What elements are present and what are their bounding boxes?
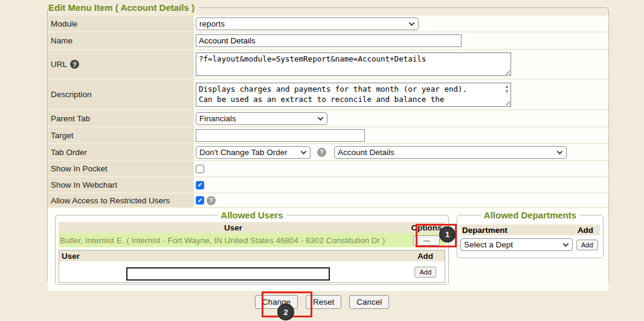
allowed-user-name: Butler, Internist E. ( Internist - Fort … (59, 236, 408, 245)
module-select[interactable]: reports (196, 17, 419, 30)
allowed-departments-header: Department Add (460, 224, 600, 235)
url-label: URL ? (48, 50, 194, 78)
allowed-departments-fieldset: Allowed Departments Department Add Selec… (457, 210, 604, 258)
tab-order-label: Tab Order (48, 144, 194, 160)
target-label: Target (48, 127, 194, 143)
add-department-row: Select a Dept Add (460, 238, 600, 251)
tab-order-row: Tab Order Don't Change Tab Order ? Accou… (48, 144, 608, 160)
allow-restricted-row: Allow Access to Restricted Users ? (48, 194, 608, 207)
add-column-header: Add (573, 226, 598, 235)
lists-row: Allowed Users User Options Butler, Inter… (48, 208, 608, 291)
edit-menu-item-form: Edit Menu Item ( Account Details ) Modul… (47, 2, 609, 284)
lists-container: Allowed Users User Options Butler, Inter… (48, 208, 608, 291)
name-input[interactable] (196, 34, 462, 47)
allowed-departments-title: Allowed Departments (481, 210, 579, 220)
scrollbar[interactable]: ▲ ▼ (504, 84, 509, 94)
add-user-column-header: User (62, 252, 408, 261)
chevron-down-icon (409, 20, 415, 26)
allowed-user-row: Butler, Internist E. ( Internist - Fort … (59, 233, 445, 247)
tab-order-select[interactable]: Don't Change Tab Order (196, 146, 311, 159)
chevron-down-icon (557, 148, 563, 154)
department-column-header: Department (462, 226, 573, 235)
department-select[interactable]: Select a Dept (460, 238, 573, 251)
name-row: Name (48, 33, 608, 49)
add-user-table: User Add Add (59, 250, 445, 283)
tab-order-help-icon[interactable]: ? (317, 148, 326, 157)
description-label: Description (48, 80, 194, 109)
parent-tab-row: Parent Tab Financials (48, 110, 608, 126)
show-in-webchart-row: Show In Webchart (48, 177, 608, 192)
show-in-pocket-checkbox[interactable] (196, 165, 204, 173)
scroll-down-icon[interactable]: ▼ (504, 89, 509, 94)
description-textarea[interactable]: Displays charges and payments for that m… (196, 83, 511, 107)
allowed-users-header: User Options (59, 222, 445, 233)
scroll-up-icon[interactable]: ▲ (504, 84, 509, 89)
allowed-users-title: Allowed Users (217, 210, 286, 220)
tab-position-select-value: Account Details (338, 148, 394, 157)
tab-order-select-value: Don't Change Tab Order (199, 148, 288, 157)
target-row: Target (48, 127, 608, 143)
parent-tab-label: Parent Tab (48, 110, 194, 126)
form-actions: Change Reset Cancel (0, 295, 644, 309)
add-department-button[interactable]: Add (576, 240, 598, 250)
user-column-header: User (59, 223, 408, 232)
step1-badge: 1 (439, 226, 456, 243)
allow-restricted-label: Allow Access to Restricted Users (48, 194, 194, 207)
cancel-button[interactable]: Cancel (349, 295, 389, 309)
allow-restricted-help-icon[interactable]: ? (207, 196, 216, 205)
description-row: Description Displays charges and payment… (48, 80, 608, 109)
url-row: URL ? ?f=layout&module=SystemReport&name… (48, 50, 608, 78)
show-in-pocket-label: Show In Pocket (48, 161, 194, 176)
form-title: Edit Menu Item ( Account Details ) (48, 2, 198, 13)
target-input[interactable] (196, 129, 365, 142)
name-label: Name (48, 33, 194, 49)
allowed-users-fieldset: Allowed Users User Options Butler, Inter… (55, 210, 449, 285)
show-in-webchart-checkbox[interactable] (196, 181, 204, 189)
parent-tab-select[interactable]: Financials (196, 112, 327, 125)
parent-tab-select-value: Financials (199, 114, 236, 123)
show-in-webchart-label: Show In Webchart (48, 177, 194, 192)
url-help-icon[interactable]: ? (70, 60, 79, 69)
add-user-button[interactable]: Add (414, 267, 436, 278)
add-user-row: Add (59, 261, 445, 282)
department-select-value: Select a Dept (464, 240, 513, 249)
allow-restricted-checkbox[interactable] (196, 196, 204, 205)
add-user-header: User Add (59, 250, 445, 261)
module-select-value: reports (199, 19, 225, 28)
add-column-header: Add (408, 252, 442, 261)
chevron-down-icon (301, 148, 307, 154)
step2-badge: 2 (277, 304, 294, 320)
tab-position-select[interactable]: Account Details (334, 146, 567, 159)
module-label: Module (48, 16, 194, 31)
url-textarea[interactable]: ?f=layout&module=SystemReport&name=Accou… (196, 52, 511, 76)
show-in-pocket-row: Show In Pocket (48, 161, 608, 176)
module-row: Module reports (48, 16, 608, 31)
chevron-down-icon (318, 115, 324, 121)
page: Edit Menu Item ( Account Details ) Modul… (0, 0, 644, 321)
chevron-down-icon (563, 241, 569, 247)
add-user-input[interactable] (126, 267, 330, 281)
